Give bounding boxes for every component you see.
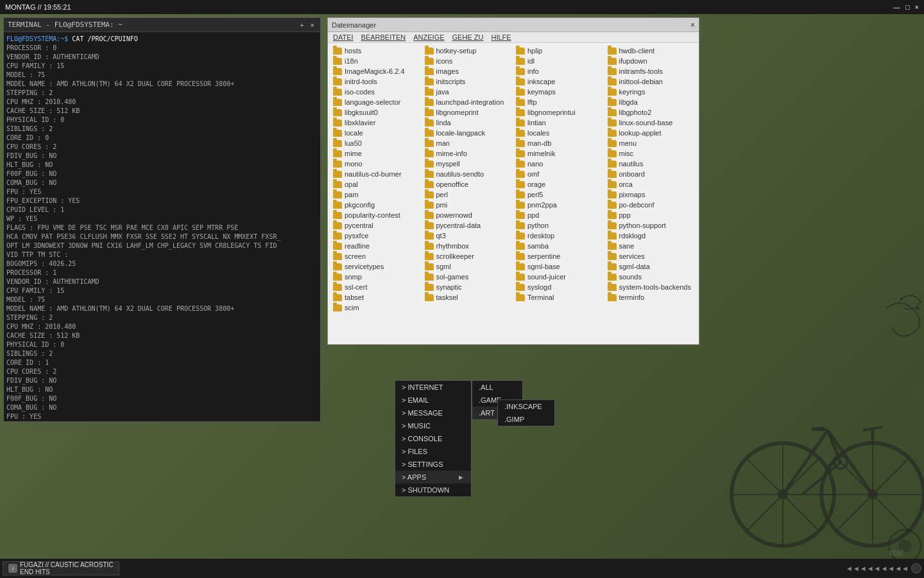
close-top-btn[interactable]: × xyxy=(915,3,919,11)
list-item[interactable]: tabset xyxy=(330,292,422,302)
list-item[interactable]: nautilus xyxy=(605,159,697,169)
list-item[interactable]: python xyxy=(513,220,605,231)
art-gimp[interactable]: .GIMP xyxy=(498,413,554,426)
menu-music[interactable]: > MUSIC xyxy=(395,419,471,432)
list-item[interactable]: sol-games xyxy=(422,272,514,282)
list-item[interactable]: lftp xyxy=(513,97,605,107)
menu-email[interactable]: > EMAIL xyxy=(395,394,471,407)
maximize-btn[interactable]: □ xyxy=(905,3,910,11)
list-item[interactable]: pnm2ppa xyxy=(513,200,605,210)
list-item[interactable]: locale-langpack xyxy=(422,128,514,138)
list-item[interactable]: mime xyxy=(330,148,422,159)
list-item[interactable]: orca xyxy=(605,179,697,189)
terminal-close-btn[interactable]: × xyxy=(309,21,316,29)
list-item[interactable]: initrd-tools xyxy=(330,76,422,87)
list-item[interactable]: powernowd xyxy=(422,210,514,220)
list-item[interactable]: initramfs-tools xyxy=(605,66,697,76)
menu-console[interactable]: > CONSOLE xyxy=(395,432,471,445)
list-item[interactable]: perl xyxy=(422,189,514,200)
list-item[interactable]: myspell xyxy=(422,159,514,169)
list-item[interactable]: keymaps xyxy=(513,87,605,97)
fm-content[interactable]: hostshotkey-setuphpliphwdb-clienti18nico… xyxy=(328,43,699,344)
list-item[interactable]: ifupdown xyxy=(605,56,697,66)
list-item[interactable]: nautilus-sendto xyxy=(422,169,514,179)
list-item[interactable]: openoffice xyxy=(422,179,514,189)
list-item[interactable]: libgda xyxy=(605,97,697,107)
list-item[interactable]: initscripts xyxy=(422,76,514,87)
terminal-add-btn[interactable]: + xyxy=(298,21,305,29)
list-item[interactable]: pixmaps xyxy=(605,189,697,200)
list-item[interactable]: inkscape xyxy=(513,76,605,87)
fm-menu-hilfe[interactable]: HILFE xyxy=(491,33,511,41)
list-item[interactable]: ppd xyxy=(513,210,605,220)
list-item[interactable]: libgnomeprint xyxy=(422,107,514,118)
list-item[interactable]: libgksuuit0 xyxy=(330,107,422,118)
list-item[interactable]: tasksel xyxy=(422,292,514,302)
list-item[interactable]: sgml-base xyxy=(513,261,605,272)
list-item[interactable]: lua50 xyxy=(330,138,422,148)
list-item[interactable]: man xyxy=(422,138,514,148)
list-item[interactable]: po-debconf xyxy=(605,200,697,210)
list-item[interactable]: onboard xyxy=(605,169,697,179)
list-item[interactable]: java xyxy=(422,87,514,97)
list-item[interactable]: Terminal xyxy=(513,292,605,302)
list-item[interactable]: idl xyxy=(513,56,605,66)
fm-menu-datei[interactable]: DATEI xyxy=(333,33,354,41)
list-item[interactable]: synaptic xyxy=(422,282,514,292)
list-item[interactable]: mime-info xyxy=(422,148,514,159)
list-item[interactable]: omf xyxy=(513,169,605,179)
taskbar-app-music[interactable]: ♪ FUGAZI // CAUSTIC ACROSTIC END HITS xyxy=(3,561,119,575)
list-item[interactable]: pysxfce xyxy=(330,231,422,241)
list-item[interactable]: linux-sound-base xyxy=(605,118,697,128)
list-item[interactable]: icons xyxy=(422,56,514,66)
list-item[interactable]: lookup-applet xyxy=(605,128,697,138)
list-item[interactable]: scim xyxy=(330,302,422,313)
list-item[interactable]: hplip xyxy=(513,46,605,56)
list-item[interactable]: sane xyxy=(605,241,697,251)
list-item[interactable]: hotkey-setup xyxy=(422,46,514,56)
list-item[interactable]: nano xyxy=(513,159,605,169)
list-item[interactable]: locales xyxy=(513,128,605,138)
list-item[interactable]: pycentral xyxy=(330,220,422,231)
menu-apps[interactable]: > APPS ► xyxy=(395,471,471,484)
list-item[interactable]: libxklavier xyxy=(330,118,422,128)
list-item[interactable]: keyrings xyxy=(605,87,697,97)
list-item[interactable]: popularity-contest xyxy=(330,210,422,220)
list-item[interactable]: locale xyxy=(330,128,422,138)
list-item[interactable]: qt3 xyxy=(422,231,514,241)
list-item[interactable]: orage xyxy=(513,179,605,189)
menu-files[interactable]: > FILES xyxy=(395,445,471,458)
menu-internet[interactable]: > INTERNET xyxy=(395,381,471,394)
apps-all[interactable]: .ALL xyxy=(472,381,522,394)
list-item[interactable]: sound-juicer xyxy=(513,272,605,282)
list-item[interactable]: info xyxy=(513,66,605,76)
list-item[interactable]: mimelnik xyxy=(513,148,605,159)
list-item[interactable]: ppp xyxy=(605,210,697,220)
list-item[interactable]: lintian xyxy=(513,118,605,128)
list-item[interactable]: i18n xyxy=(330,56,422,66)
menu-shutdown[interactable]: > SHUTDOWN xyxy=(395,484,471,496)
list-item[interactable]: libgnomeprintui xyxy=(513,107,605,118)
list-item[interactable]: mono xyxy=(330,159,422,169)
list-item[interactable]: man-db xyxy=(513,138,605,148)
list-item[interactable]: rhythmbox xyxy=(422,241,514,251)
list-item[interactable]: pam xyxy=(330,189,422,200)
list-item[interactable]: pycentral-data xyxy=(422,220,514,231)
list-item[interactable]: libgphoto2 xyxy=(605,107,697,118)
list-item[interactable]: pmi xyxy=(422,200,514,210)
list-item[interactable]: hosts xyxy=(330,46,422,56)
list-item[interactable]: servicetypes xyxy=(330,261,422,272)
list-item[interactable]: perl5 xyxy=(513,189,605,200)
fm-close-btn[interactable]: × xyxy=(690,21,695,30)
list-item[interactable]: opal xyxy=(330,179,422,189)
menu-settings[interactable]: > SETTINGS xyxy=(395,458,471,471)
fm-menu-gehezi[interactable]: GEHE ZU xyxy=(452,33,484,41)
terminal-body[interactable]: FLO@FDSYSTEMA:~$ CAT /PROC/CPUINFOPROCES… xyxy=(4,32,320,421)
list-item[interactable]: misc xyxy=(605,148,697,159)
list-item[interactable]: ssl-cert xyxy=(330,282,422,292)
fm-menu-bearbeiten[interactable]: BEARBEITEN xyxy=(361,33,406,41)
art-inkscape[interactable]: .INKSCAPE xyxy=(498,400,554,413)
list-item[interactable]: menu xyxy=(605,138,697,148)
list-item[interactable]: terminfo xyxy=(605,292,697,302)
list-item[interactable]: syslogd xyxy=(513,282,605,292)
